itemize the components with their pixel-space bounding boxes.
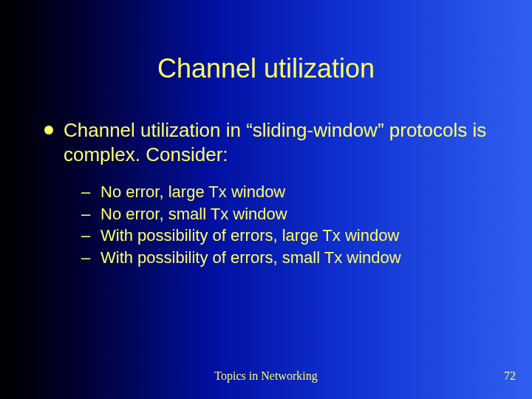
sub-bullet-list: – No error, large Tx window – No error, … xyxy=(81,181,488,269)
bullet-dot-icon xyxy=(44,126,53,134)
sub-bullet-text: No error, small Tx window xyxy=(100,203,287,225)
bullet-level1: Channel utilization in “sliding-window” … xyxy=(44,118,488,166)
sub-bullet: – No error, small Tx window xyxy=(81,203,488,225)
sub-bullet-text: With possibility of errors, small Tx win… xyxy=(100,247,401,269)
sub-bullet-text: With possibility of errors, large Tx win… xyxy=(100,225,399,247)
dash-icon: – xyxy=(81,247,96,269)
sub-bullet: – With possibility of errors, large Tx w… xyxy=(81,225,488,247)
sub-bullet: – With possibility of errors, small Tx w… xyxy=(81,247,488,269)
sub-bullet-text: No error, large Tx window xyxy=(100,181,285,203)
dash-icon: – xyxy=(81,203,96,225)
slide-title: Channel utilization xyxy=(0,53,532,84)
slide-body: Channel utilization in “sliding-window” … xyxy=(44,118,488,269)
sub-bullet: – No error, large Tx window xyxy=(81,181,488,203)
footer-text: Topics in Networking xyxy=(0,369,532,383)
bullet-text: Channel utilization in “sliding-window” … xyxy=(64,118,488,166)
dash-icon: – xyxy=(81,225,96,247)
page-number: 72 xyxy=(504,369,516,383)
dash-icon: – xyxy=(81,181,96,203)
slide: Channel utilization Channel utilization … xyxy=(0,0,532,399)
